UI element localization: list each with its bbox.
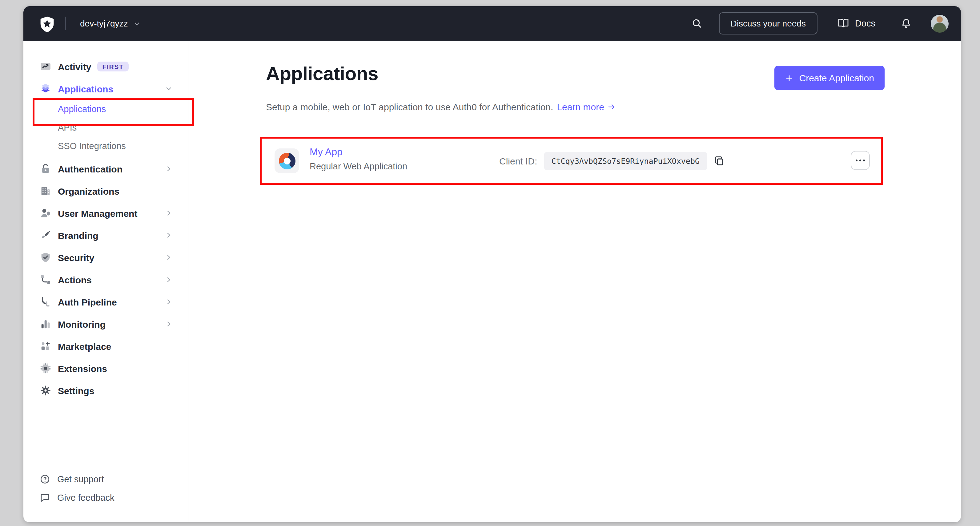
app-card-annotated: My App Regular Web Application Client ID… — [260, 137, 883, 185]
sidebar-item-auth-pipeline[interactable]: Auth Pipeline — [23, 291, 188, 313]
ellipsis-dot — [859, 159, 862, 162]
activity-icon — [40, 61, 52, 73]
chevron-right-icon — [164, 164, 173, 173]
page-title: Applications — [266, 63, 378, 85]
sidebar-item-extensions[interactable]: Extensions — [23, 357, 188, 379]
nav-item-label: Authentication — [58, 164, 123, 174]
ellipsis-dot — [863, 159, 865, 162]
subtitle-text: Setup a mobile, web or IoT application t… — [266, 102, 553, 112]
sidebar-item-organizations[interactable]: Organizations — [23, 180, 188, 202]
nav-item-label: User Management — [58, 208, 137, 218]
sidebar-item-monitoring[interactable]: Monitoring — [23, 313, 188, 335]
first-badge: FIRST — [97, 62, 128, 72]
shield-check-icon — [40, 251, 52, 264]
nav-item-label: Branding — [58, 230, 99, 241]
nav-item-label: Applications — [58, 104, 106, 114]
client-id-value: CtCqy3AvbQZSo7sE9RiynaPuiXOxvebG — [544, 152, 707, 170]
nav-item-label: Security — [58, 252, 94, 263]
discuss-needs-button[interactable]: Discuss your needs — [719, 12, 818, 35]
nav-item-label: Organizations — [58, 186, 119, 196]
nav-item-label: APIs — [58, 123, 76, 132]
tenant-switcher[interactable]: dev-tyj7qyzz — [76, 18, 145, 29]
auth0-logo-icon[interactable] — [39, 15, 56, 32]
client-id-label: Client ID: — [499, 156, 537, 166]
chevron-right-icon — [164, 231, 173, 240]
sidebar-item-applications[interactable]: Applications — [23, 78, 188, 100]
screen: dev-tyj7qyzz Discuss your needs Docs Act… — [0, 0, 980, 526]
bell-icon[interactable] — [900, 17, 912, 30]
nav-item-label: Applications — [58, 83, 113, 94]
chevron-right-icon — [164, 209, 173, 217]
tenant-name: dev-tyj7qyzz — [80, 19, 128, 28]
nav-item-label: Monitoring — [58, 319, 106, 329]
main-content: Applications Create Application Setup a … — [188, 41, 961, 522]
paintbrush-icon — [40, 229, 52, 241]
sidebar-item-activity[interactable]: ActivityFIRST — [23, 56, 188, 78]
app-name-link[interactable]: My App — [310, 147, 342, 158]
create-application-button[interactable]: Create Application — [775, 66, 885, 90]
nav-item-label: Activity — [58, 61, 91, 72]
nav-item-label: Extensions — [58, 363, 107, 373]
app-logo-tile — [275, 148, 299, 173]
sidebar-footer-get-support[interactable]: Get support — [40, 470, 173, 488]
nav-item-label: Auth Pipeline — [58, 296, 117, 307]
nav-item-label: Actions — [58, 274, 92, 285]
chevron-right-icon — [164, 320, 173, 328]
ellipsis-dot — [856, 159, 858, 162]
app-more-options-button[interactable] — [851, 151, 870, 170]
sidebar-subitem-sso-integrations[interactable]: SSO Integrations — [23, 137, 188, 155]
app-type-label: Regular Web Application — [310, 161, 407, 171]
help-circle-icon — [40, 473, 51, 485]
chevron-right-icon — [164, 275, 173, 284]
flow-icon — [40, 274, 52, 286]
chevron-right-icon — [164, 253, 173, 262]
sidebar-item-authentication[interactable]: Authentication — [23, 158, 188, 180]
plus-icon — [785, 73, 794, 82]
create-application-label: Create Application — [799, 73, 874, 83]
gear-icon — [40, 384, 52, 397]
sidebar-item-security[interactable]: Security — [23, 246, 188, 269]
bar-chart-icon — [40, 318, 52, 330]
sidebar-item-user-management[interactable]: User Management — [23, 202, 188, 224]
footer-item-label: Get support — [57, 474, 104, 484]
user-gear-icon — [40, 207, 52, 219]
learn-more-link[interactable]: Learn more — [557, 102, 616, 112]
docs-label: Docs — [855, 19, 875, 28]
sidebar-subitem-applications[interactable]: Applications — [23, 100, 188, 118]
pipeline-icon — [40, 296, 52, 308]
app-donut-icon — [278, 153, 295, 169]
learn-more-label: Learn more — [557, 102, 604, 112]
chevron-down-icon — [133, 19, 141, 27]
lock-icon — [40, 163, 52, 175]
arrow-right-icon — [607, 102, 617, 112]
page-subtitle: Setup a mobile, web or IoT application t… — [266, 102, 617, 112]
topbar: dev-tyj7qyzz Discuss your needs Docs — [23, 6, 961, 41]
sidebar-item-marketplace[interactable]: Marketplace — [23, 335, 188, 357]
sidebar-item-settings[interactable]: Settings — [23, 379, 188, 402]
topbar-divider — [65, 17, 66, 30]
book-icon — [837, 17, 850, 30]
sidebar-item-branding[interactable]: Branding — [23, 224, 188, 246]
footer-item-label: Give feedback — [57, 493, 114, 503]
search-icon[interactable] — [690, 17, 703, 30]
nav-item-label: Settings — [58, 385, 94, 396]
docs-link[interactable]: Docs — [837, 17, 875, 30]
sidebar-subitem-apis[interactable]: APIs — [23, 118, 188, 137]
topbar-actions: Discuss your needs Docs — [690, 12, 948, 35]
user-avatar[interactable] — [931, 14, 948, 32]
chip-icon — [40, 362, 52, 375]
sidebar-footer-give-feedback[interactable]: Give feedback — [40, 488, 173, 507]
grid-plus-icon — [40, 340, 52, 352]
sidebar-item-actions[interactable]: Actions — [23, 269, 188, 291]
nav-item-label: SSO Integrations — [58, 141, 126, 151]
layers-icon — [40, 83, 52, 95]
sidebar: ActivityFIRSTApplicationsApplicationsAPI… — [23, 41, 188, 522]
sidebar-nav: ActivityFIRSTApplicationsApplicationsAPI… — [23, 56, 188, 402]
chat-bubble-icon — [40, 492, 51, 503]
client-id-group: Client ID: CtCqy3AvbQZSo7sE9RiynaPuiXOxv… — [499, 139, 725, 183]
sidebar-footer: Get supportGive feedback — [23, 470, 188, 522]
nav-item-label: Marketplace — [58, 341, 111, 351]
building-icon — [40, 185, 52, 197]
copy-icon[interactable] — [713, 155, 725, 167]
app-window: dev-tyj7qyzz Discuss your needs Docs Act… — [23, 6, 961, 522]
